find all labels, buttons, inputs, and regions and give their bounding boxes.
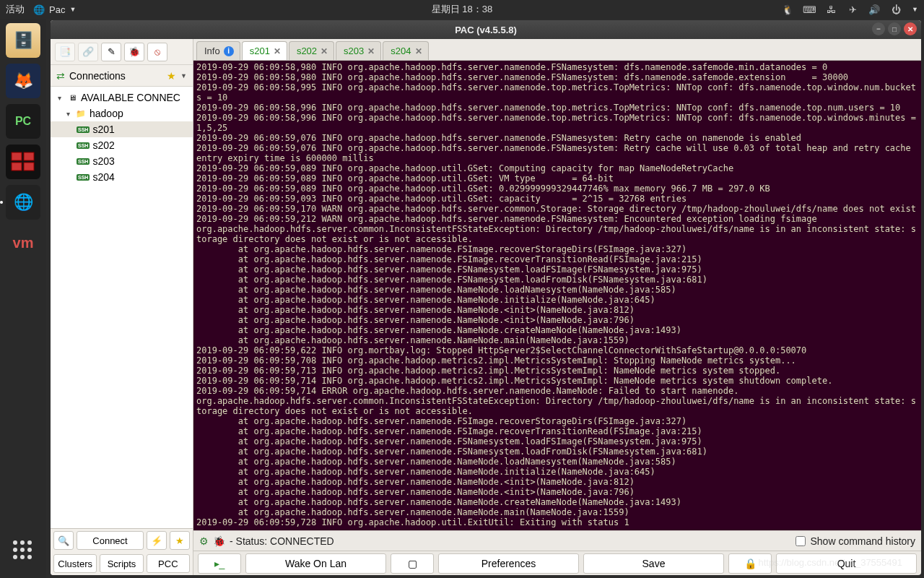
window-titlebar[interactable]: PAC (v4.5.5.8) － □ ✕ bbox=[51, 20, 921, 39]
svg-rect-1 bbox=[24, 152, 34, 160]
tab-label: s204 bbox=[391, 46, 411, 56]
window-title: PAC (v4.5.5.8) bbox=[455, 25, 517, 35]
connections-icon: ⇄ bbox=[56, 70, 65, 82]
status-bug-icon: 🐞 bbox=[213, 535, 225, 547]
maximize-button[interactable]: □ bbox=[888, 22, 901, 35]
status-bar: ⚙ 🐞 - Status: CONNECTED Show command his… bbox=[193, 530, 921, 551]
dock-vm[interactable]: vm bbox=[6, 225, 40, 260]
dock-pycharm[interactable]: PC bbox=[6, 104, 40, 139]
show-history-checkbox[interactable] bbox=[796, 536, 806, 546]
chevron-down-icon: ▼ bbox=[69, 6, 76, 13]
terminal-output[interactable]: 2019-09-29 06:09:58,980 INFO org.apache.… bbox=[193, 61, 921, 530]
tree-item-label: s201 bbox=[92, 124, 114, 135]
main-button-bar: ▸_ Wake On Lan ▢ Preferences Save 🔒 Quit bbox=[193, 551, 921, 575]
sidebar-actions: 🔍 Connect ⚡ ★ bbox=[51, 529, 193, 552]
app-menu[interactable]: 🌐 Pac ▼ bbox=[33, 4, 76, 15]
status-dot-icon: ⚙ bbox=[199, 535, 209, 547]
tab-s203[interactable]: s203 ✕ bbox=[336, 41, 381, 60]
power-icon[interactable]: ⏻ bbox=[890, 4, 902, 15]
stop-button[interactable]: ⦸ bbox=[147, 43, 167, 61]
tree-group-label: hadoop bbox=[90, 108, 123, 119]
new-group-button[interactable]: 📑 bbox=[55, 43, 75, 61]
sidebar-toolbar: 📑 🔗 ✎ 🐞 ⦸ bbox=[51, 39, 193, 65]
ssh-icon: SSH bbox=[77, 174, 90, 181]
pcc-button[interactable]: PCC bbox=[147, 554, 190, 573]
pac-app-icon: 🌐 bbox=[33, 4, 45, 15]
link-button[interactable]: 🔗 bbox=[78, 43, 98, 61]
chevron-down-icon[interactable]: ▼ bbox=[180, 72, 187, 79]
favorite-button[interactable]: ★ bbox=[170, 531, 190, 550]
terminal-green-icon: ▸_ bbox=[214, 558, 225, 569]
shell-button[interactable]: ▸_ bbox=[198, 553, 241, 574]
tree-group-hadoop[interactable]: ▾ 📁 hadoop bbox=[51, 105, 193, 121]
tree-item-label: s204 bbox=[92, 171, 114, 183]
tab-s202[interactable]: s202 ✕ bbox=[289, 41, 334, 60]
dock-pac[interactable]: 🌐 bbox=[6, 185, 40, 220]
tab-bar: Info i s201 ✕ s202 ✕ s203 ✕ s204 ✕ bbox=[193, 39, 921, 61]
close-tab-icon[interactable]: ✕ bbox=[274, 46, 281, 56]
tux-icon[interactable]: 🐧 bbox=[782, 4, 793, 15]
close-tab-icon[interactable]: ✕ bbox=[415, 46, 422, 56]
close-button[interactable]: ✕ bbox=[904, 22, 917, 35]
volume-icon[interactable]: 🔊 bbox=[868, 4, 880, 15]
chevron-down-icon[interactable]: ▼ bbox=[912, 6, 918, 13]
tab-s204[interactable]: s204 ✕ bbox=[383, 41, 428, 60]
svg-rect-0 bbox=[12, 152, 22, 160]
tab-label: Info bbox=[204, 46, 220, 56]
connections-tree[interactable]: ▾ 🖥 AVAILABLE CONNEC ▾ 📁 hadoop SSH s201… bbox=[51, 87, 193, 528]
scripts-button[interactable]: Scripts bbox=[100, 554, 143, 573]
sidebar-header: ⇄ Connections ★ ▼ bbox=[51, 65, 193, 87]
close-tab-icon[interactable]: ✕ bbox=[367, 46, 375, 56]
wake-on-lan-button[interactable]: Wake On Lan bbox=[245, 553, 386, 574]
bug-button[interactable]: 🐞 bbox=[124, 43, 144, 61]
tree-item-s204[interactable]: SSH s204 bbox=[51, 169, 193, 185]
svg-rect-3 bbox=[24, 163, 34, 171]
favorites-icon[interactable]: ★ bbox=[167, 70, 176, 82]
launcher-dock: 🗄️ 🦊 PC 🌐 vm bbox=[0, 19, 46, 578]
quick-connect-button[interactable]: ⚡ bbox=[147, 531, 167, 550]
search-button[interactable]: 🔍 bbox=[53, 531, 74, 550]
dock-terminals[interactable] bbox=[6, 144, 40, 179]
tree-item-s203[interactable]: SSH s203 bbox=[51, 153, 193, 169]
expander-icon[interactable]: ▾ bbox=[55, 94, 64, 102]
terminal-button[interactable]: ▢ bbox=[391, 553, 434, 574]
clock[interactable]: 星期日 18：38 bbox=[432, 3, 493, 16]
ssh-icon: SSH bbox=[77, 142, 90, 149]
connect-button[interactable]: Connect bbox=[77, 531, 144, 550]
activities-button[interactable]: 活动 bbox=[6, 3, 25, 16]
tree-root-label: AVAILABLE CONNEC bbox=[81, 92, 180, 103]
airplane-icon[interactable]: ✈ bbox=[847, 4, 858, 15]
show-history-label: Show command history bbox=[810, 535, 915, 547]
pac-window: PAC (v4.5.5.8) － □ ✕ 📑 🔗 ✎ 🐞 ⦸ ⇄ Connect… bbox=[51, 20, 921, 575]
ssh-icon: SSH bbox=[77, 158, 90, 165]
quit-button[interactable]: Quit bbox=[776, 553, 917, 574]
tree-root[interactable]: ▾ 🖥 AVAILABLE CONNEC bbox=[51, 90, 193, 105]
preferences-button[interactable]: Preferences bbox=[438, 553, 579, 574]
dock-firefox[interactable]: 🦊 bbox=[6, 64, 40, 98]
expander-icon[interactable]: ▾ bbox=[64, 110, 72, 118]
app-menu-label: Pac bbox=[49, 4, 65, 15]
save-button[interactable]: Save bbox=[583, 553, 724, 574]
svg-rect-2 bbox=[12, 163, 22, 171]
dock-files[interactable]: 🗄️ bbox=[6, 23, 40, 58]
lock-button[interactable]: 🔒 bbox=[728, 553, 772, 574]
tab-s201[interactable]: s201 ✕ bbox=[242, 41, 287, 60]
network-icon[interactable]: 🖧 bbox=[825, 4, 837, 15]
minimize-button[interactable]: － bbox=[872, 22, 885, 35]
main-area: Info i s201 ✕ s202 ✕ s203 ✕ s204 ✕ bbox=[193, 39, 921, 575]
tree-item-s201[interactable]: SSH s201 bbox=[51, 121, 193, 137]
ssh-icon: SSH bbox=[77, 126, 90, 133]
lock-icon: 🔒 bbox=[744, 558, 757, 569]
dock-show-apps[interactable] bbox=[6, 533, 40, 568]
keyboard-icon[interactable]: ⌨ bbox=[803, 4, 815, 15]
close-tab-icon[interactable]: ✕ bbox=[321, 46, 328, 56]
gnome-topbar: 活动 🌐 Pac ▼ 星期日 18：38 🐧 ⌨ 🖧 ✈ 🔊 ⏻ ▼ bbox=[0, 0, 924, 19]
tree-item-s202[interactable]: SSH s202 bbox=[51, 137, 193, 153]
tab-label: s202 bbox=[297, 46, 317, 56]
clusters-button[interactable]: Clusters bbox=[53, 554, 97, 573]
tab-info[interactable]: Info i bbox=[196, 41, 240, 60]
status-label: - Status: CONNECTED bbox=[230, 535, 334, 547]
folder-icon: 📁 bbox=[75, 108, 87, 119]
sidebar: 📑 🔗 ✎ 🐞 ⦸ ⇄ Connections ★ ▼ ▾ 🖥 AVAILABL… bbox=[51, 39, 193, 575]
edit-button[interactable]: ✎ bbox=[101, 43, 121, 61]
